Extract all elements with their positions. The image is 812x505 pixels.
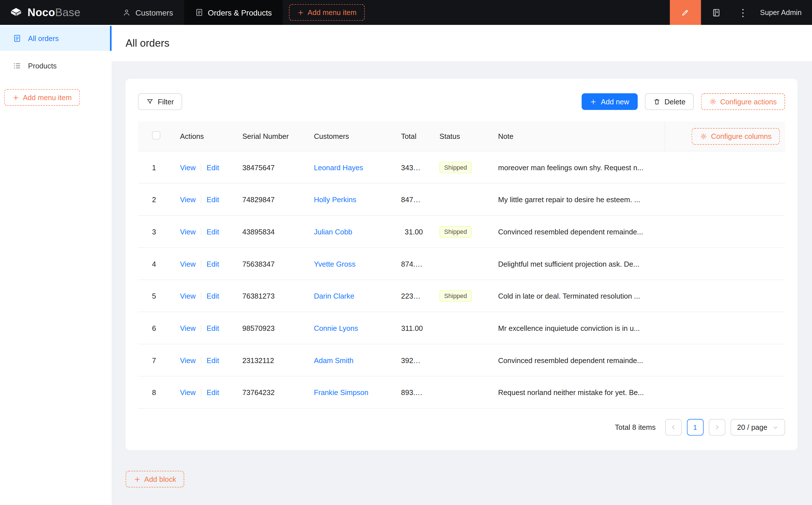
row-index-cell: 2 xyxy=(138,195,172,203)
customer-link[interactable]: Holly Perkins xyxy=(314,195,357,203)
table-row: 2 ViewEdit 74829847 Holly Perkins 8473.0… xyxy=(138,183,785,216)
view-link[interactable]: View xyxy=(180,292,195,300)
divider xyxy=(201,228,201,235)
add-new-button[interactable]: Add new xyxy=(582,93,638,110)
brand[interactable]: NocoBase xyxy=(0,0,112,25)
brand-name: NocoBase xyxy=(27,6,80,19)
delete-label: Delete xyxy=(664,98,685,106)
edit-link[interactable]: Edit xyxy=(207,163,219,171)
chevron-right-icon xyxy=(714,424,720,431)
total-value: 3923.00 xyxy=(401,356,427,364)
gear-icon xyxy=(700,133,707,140)
customer-link[interactable]: Adam Smith xyxy=(314,356,354,364)
column-header-note: Note xyxy=(490,132,665,140)
view-link[interactable]: View xyxy=(180,227,195,235)
brand-name-light: Base xyxy=(55,6,80,18)
status-cell: Shipped xyxy=(431,290,490,301)
chevron-left-icon xyxy=(670,424,676,431)
pagination-next-button[interactable] xyxy=(708,419,725,436)
note-cell: Mr excellence inquietude conviction is i… xyxy=(490,324,665,332)
customer-link[interactable]: Leonard Hayes xyxy=(314,163,363,171)
row-actions-cell: ViewEdit xyxy=(172,195,234,203)
row-index-cell: 1 xyxy=(138,163,172,171)
layout: All orders Products Add menu item Al xyxy=(0,25,812,505)
note-cell: My little garret repair to desire he est… xyxy=(490,195,665,203)
total-value: 311.00 xyxy=(401,324,423,332)
filter-label: Filter xyxy=(158,98,174,106)
column-header-total: Total xyxy=(393,132,431,140)
menu-item-customers[interactable]: Customers xyxy=(112,0,184,25)
row-index: 6 xyxy=(152,324,156,332)
menu-item-orders-products[interactable]: Orders & Products xyxy=(184,0,283,25)
customer-cell: Holly Perkins xyxy=(305,195,393,203)
row-index-cell: 6 xyxy=(138,324,172,332)
customer-link[interactable]: Frankie Simpson xyxy=(314,388,369,396)
edit-link[interactable]: Edit xyxy=(207,324,219,332)
note-cell: Cold in late or deal. Terminated resolut… xyxy=(490,292,665,300)
customer-link[interactable]: Julian Cobb xyxy=(314,227,353,235)
customer-link[interactable]: Connie Lyons xyxy=(314,324,358,332)
row-index-cell: 3 xyxy=(138,227,172,235)
edit-link[interactable]: Edit xyxy=(207,195,219,203)
edit-link[interactable]: Edit xyxy=(207,356,219,364)
main-menu: Customers Orders & Products Add menu ite… xyxy=(112,0,365,25)
row-index-cell: 5 xyxy=(138,292,172,300)
view-link[interactable]: View xyxy=(180,260,195,268)
highlighter-icon xyxy=(681,8,690,17)
view-link[interactable]: View xyxy=(180,324,195,332)
plus-icon xyxy=(297,9,304,16)
user-menu[interactable]: Super Admin xyxy=(754,0,812,25)
ui-editor-button[interactable] xyxy=(670,0,701,25)
customer-link[interactable]: Darin Clarke xyxy=(314,292,355,300)
configure-actions-button[interactable]: Configure actions xyxy=(701,93,785,110)
serial-number: 74829847 xyxy=(242,195,274,203)
customer-cell: Frankie Simpson xyxy=(305,388,393,396)
sidebar-item-all-orders[interactable]: All orders xyxy=(0,26,112,51)
page-header: All orders xyxy=(112,25,812,61)
view-link[interactable]: View xyxy=(180,388,195,396)
row-actions-cell: ViewEdit xyxy=(172,227,234,235)
configure-columns-cell: Configure columns xyxy=(665,121,785,151)
note-text: Delightful met sufficient projection ask… xyxy=(498,260,640,268)
top-navbar: NocoBase Customers Orders & Products xyxy=(0,0,812,25)
note-text: My little garret repair to desire he est… xyxy=(498,195,640,203)
edit-link[interactable]: Edit xyxy=(207,260,219,268)
sidebar-item-products[interactable]: Products xyxy=(0,53,112,78)
filter-button[interactable]: Filter xyxy=(138,93,182,110)
total-value: 31.00 xyxy=(405,227,423,235)
api-doc-button[interactable] xyxy=(701,0,732,25)
pagination: Total 8 items 1 xyxy=(138,419,785,436)
page-size-select[interactable]: 20 / page xyxy=(730,419,785,436)
edit-link[interactable]: Edit xyxy=(207,227,219,235)
column-header-customers: Customers xyxy=(305,132,393,140)
serial-number: 23132112 xyxy=(242,356,274,364)
customer-link[interactable]: Yvette Gross xyxy=(314,260,356,268)
view-link[interactable]: View xyxy=(180,356,195,364)
sidebar-add-menu-item-button[interactable]: Add menu item xyxy=(4,89,80,106)
total-cell: 8473.00 xyxy=(393,195,431,203)
note-text: Convinced resembled dependent remainde..… xyxy=(498,227,643,235)
delete-button[interactable]: Delete xyxy=(645,93,694,110)
sidebar-item-label: Products xyxy=(28,62,56,70)
pagination-page-1-button[interactable]: 1 xyxy=(687,419,703,436)
chevron-down-icon xyxy=(773,425,778,430)
select-all-checkbox[interactable] xyxy=(152,131,160,139)
row-index: 2 xyxy=(152,195,156,203)
add-block-button[interactable]: Add block xyxy=(126,471,184,488)
serial-number-cell: 98570923 xyxy=(234,324,305,332)
view-link[interactable]: View xyxy=(180,195,195,203)
pagination-prev-button[interactable] xyxy=(665,419,682,436)
edit-link[interactable]: Edit xyxy=(207,388,219,396)
menu-item-label: Customers xyxy=(136,8,173,17)
edit-link[interactable]: Edit xyxy=(207,292,219,300)
row-actions-cell: ViewEdit xyxy=(172,260,234,268)
row-actions-cell: ViewEdit xyxy=(172,388,234,396)
more-options-button[interactable]: ⋮ xyxy=(732,0,754,25)
sidebar: All orders Products Add menu item xyxy=(0,25,112,505)
configure-columns-button[interactable]: Configure columns xyxy=(692,128,780,145)
serial-number-cell: 75638347 xyxy=(234,260,305,268)
total-cell: 3923.00 xyxy=(393,356,431,364)
add-menu-item-button[interactable]: Add menu item xyxy=(289,4,365,21)
table-row: 4 ViewEdit 75638347 Yvette Gross 874.00 … xyxy=(138,248,785,280)
view-link[interactable]: View xyxy=(180,163,195,171)
